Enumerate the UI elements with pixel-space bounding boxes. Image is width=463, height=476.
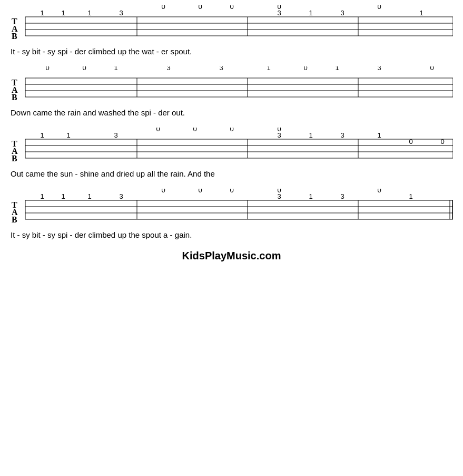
tab-staff-2: T A B 0 0 1 3 3 1 0 1 3 0 (11, 66, 453, 106)
svg-text:1: 1 (40, 131, 44, 139)
svg-text:0: 0 (45, 66, 49, 72)
svg-text:3: 3 (277, 9, 281, 17)
svg-text:3: 3 (377, 66, 381, 72)
svg-text:0: 0 (82, 66, 86, 72)
lyrics-4: It - sy bit - sy spi - der climbed up th… (11, 230, 453, 239)
svg-text:3: 3 (166, 66, 170, 72)
svg-text:3: 3 (277, 131, 281, 139)
svg-text:3: 3 (340, 9, 344, 17)
lyrics-3: Out came the sun - shine and dried up al… (11, 169, 453, 178)
svg-text:1: 1 (61, 9, 65, 17)
svg-text:3: 3 (119, 9, 123, 17)
svg-text:0: 0 (156, 128, 160, 133)
svg-text:1: 1 (114, 66, 117, 72)
svg-text:0: 0 (409, 138, 412, 145)
svg-text:0: 0 (230, 5, 233, 11)
svg-text:0: 0 (230, 128, 233, 133)
svg-text:0: 0 (230, 189, 233, 194)
svg-text:1: 1 (61, 192, 65, 200)
tab-staff-1: T A B 1 1 1 3 0 0 0 0 3 1 3 0 1 (11, 5, 453, 45)
svg-text:1: 1 (87, 192, 91, 200)
svg-text:B: B (12, 215, 17, 224)
svg-text:B: B (12, 32, 17, 41)
svg-text:0: 0 (161, 189, 165, 194)
svg-text:1: 1 (87, 9, 91, 17)
lyrics-2: Down came the rain and washed the spi - … (11, 108, 453, 117)
lyrics-1: It - sy bit - sy spi - der climbed up th… (11, 47, 453, 56)
svg-text:0: 0 (161, 5, 165, 11)
section-2: T A B 0 0 1 3 3 1 0 1 3 0 Down came the … (11, 66, 452, 117)
svg-text:0: 0 (377, 5, 381, 11)
tab-staff-4: T A B 1 1 1 3 0 0 0 0 3 1 3 0 1 (11, 189, 453, 228)
svg-text:3: 3 (119, 192, 123, 200)
svg-text:1: 1 (267, 66, 270, 72)
svg-text:1: 1 (419, 9, 423, 17)
svg-text:0: 0 (198, 189, 202, 194)
website-footer: KidsPlayMusic.com (11, 250, 452, 262)
svg-text:1: 1 (377, 131, 381, 139)
svg-text:1: 1 (335, 66, 339, 72)
svg-text:1: 1 (409, 192, 412, 200)
svg-text:B: B (12, 93, 17, 102)
svg-text:0: 0 (430, 66, 434, 72)
svg-text:3: 3 (219, 66, 223, 72)
section-4: T A B 1 1 1 3 0 0 0 0 3 1 3 0 1 It - sy … (11, 189, 452, 239)
svg-text:1: 1 (40, 192, 44, 200)
svg-text:1: 1 (309, 192, 312, 200)
svg-text:3: 3 (114, 131, 117, 139)
section-1: T A B 1 1 1 3 0 0 0 0 3 1 3 0 1 It - sy … (11, 5, 452, 56)
section-3: T A B 1 1 3 0 0 0 0 3 1 3 1 0 0 Out came… (11, 128, 452, 178)
svg-text:3: 3 (277, 192, 281, 200)
svg-text:3: 3 (340, 131, 344, 139)
svg-text:1: 1 (66, 131, 70, 139)
svg-text:B: B (12, 154, 17, 163)
svg-text:1: 1 (309, 131, 312, 139)
svg-text:1: 1 (40, 9, 44, 17)
svg-text:0: 0 (377, 189, 381, 194)
svg-text:0: 0 (440, 138, 444, 145)
svg-text:1: 1 (309, 9, 312, 17)
svg-text:0: 0 (198, 5, 202, 11)
tab-staff-3: T A B 1 1 3 0 0 0 0 3 1 3 1 0 0 (11, 128, 453, 167)
svg-text:0: 0 (303, 66, 307, 72)
svg-text:0: 0 (193, 128, 196, 133)
svg-text:3: 3 (340, 192, 344, 200)
